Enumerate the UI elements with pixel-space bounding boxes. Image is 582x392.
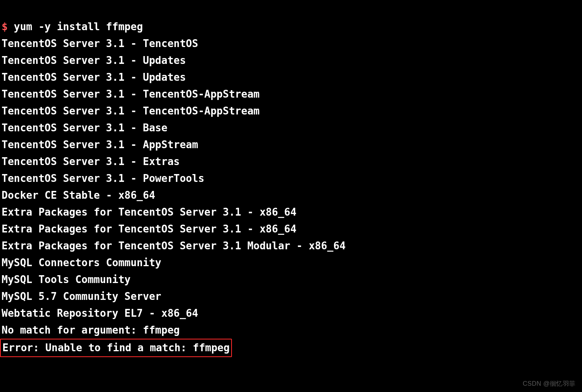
output-line: TencentOS Server 3.1 - PowerTools: [2, 172, 204, 184]
output-line: TencentOS Server 3.1 - Updates: [2, 71, 186, 83]
output-line: TencentOS Server 3.1 - Base: [2, 122, 168, 134]
prompt-line: $ yum -y install ffmpeg: [2, 21, 143, 33]
output-line: TencentOS Server 3.1 - TencentOS: [2, 38, 198, 49]
output-line: Extra Packages for TencentOS Server 3.1 …: [2, 206, 296, 218]
output-line: Extra Packages for TencentOS Server 3.1 …: [2, 240, 346, 252]
output-line: MySQL 5.7 Community Server: [2, 290, 161, 302]
output-line: TencentOS Server 3.1 - Updates: [2, 54, 186, 66]
output-line: TencentOS Server 3.1 - AppStream: [2, 139, 198, 151]
output-line: MySQL Tools Community: [2, 274, 131, 285]
output-line: TencentOS Server 3.1 - TencentOS-AppStre…: [2, 88, 259, 100]
command-text: yum -y install ffmpeg: [14, 21, 143, 33]
terminal[interactable]: $ yum -y install ffmpeg TencentOS Server…: [0, 0, 582, 359]
output-line: MySQL Connectors Community: [2, 257, 161, 269]
output-line: Webtatic Repository EL7 - x86_64: [2, 307, 198, 319]
output-line: Docker CE Stable - x86_64: [2, 189, 155, 201]
no-match-line: No match for argument: ffmpeg: [2, 324, 180, 336]
no-match-prefix: No match for argument:: [2, 324, 143, 336]
output-line: Extra Packages for TencentOS Server 3.1 …: [2, 223, 296, 235]
error-line: Error: Unable to find a match: ffmpeg: [2, 342, 230, 354]
output-line: TencentOS Server 3.1 - TencentOS-AppStre…: [2, 105, 259, 117]
no-match-argument: ffmpeg: [143, 324, 180, 336]
prompt-symbol: $: [2, 21, 8, 33]
watermark: CSDN @徊忆羽菲: [523, 380, 576, 388]
error-line-highlight: Error: Unable to find a match: ffmpeg: [0, 339, 232, 357]
output-line: TencentOS Server 3.1 - Extras: [2, 156, 180, 167]
